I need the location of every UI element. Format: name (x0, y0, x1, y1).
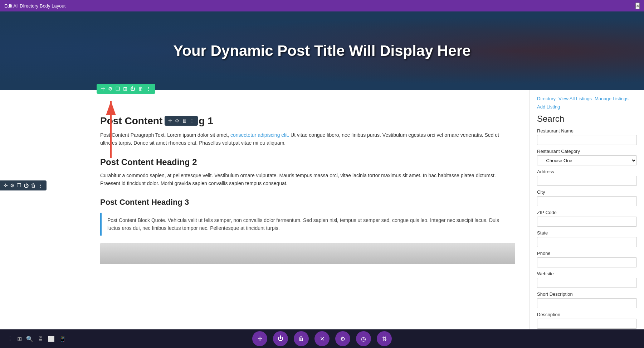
phone-group: Phone (537, 251, 637, 267)
settings-button[interactable]: ⚙ (335, 331, 350, 346)
short-description-label: Short Description (537, 291, 637, 297)
partial-image (100, 243, 515, 264)
address-input[interactable] (537, 176, 637, 186)
dark-toolbar-settings-icon[interactable]: ⚙ (175, 118, 179, 124)
power-button[interactable]: ⏻ (273, 331, 288, 346)
description-group: Description (537, 312, 637, 329)
green-toolbar-move-icon[interactable]: ✛ (101, 86, 105, 92)
left-toolbar-move-icon[interactable]: ✛ (4, 183, 8, 188)
bottom-mobile-icon[interactable]: 📱 (59, 335, 66, 342)
bottom-search-icon[interactable]: 🔍 (26, 335, 33, 342)
post-paragraph-2: Curabitur a commodo sapien, at pellentes… (100, 171, 515, 188)
dark-toolbar-more-icon[interactable]: ⋮ (190, 118, 194, 124)
sidebar-nav: Directory View All Listings Manage Listi… (537, 96, 637, 110)
bottom-tablet-icon[interactable]: ⬜ (48, 335, 55, 342)
website-input[interactable] (537, 278, 637, 288)
phone-input[interactable] (537, 257, 637, 267)
post-blockquote: Post Content Block Quote. Vehicula velit… (100, 213, 515, 236)
dark-toolbar-delete-icon[interactable]: 🗑 (182, 118, 187, 124)
left-toolbar-delete-icon[interactable]: 🗑 (31, 183, 36, 188)
description-label: Description (537, 312, 637, 317)
top-bar: Edit All Directory Body Layout × (0, 0, 644, 11)
city-label: City (537, 189, 637, 195)
post-heading-1: Post Content Heading 1 (100, 115, 515, 127)
add-button[interactable]: ✛ (252, 331, 267, 346)
sidebar-nav-view-all[interactable]: View All Listings (558, 96, 592, 101)
restaurant-category-select[interactable]: — Choose One — (537, 155, 637, 165)
content-column: ✛ ⚙ ❐ ⊞ ⏻ 🗑 ⋮ ✛ ⚙ 🗑 ⋮ (0, 90, 530, 348)
bottom-toolbar: ⋮ ⊞ 🔍 🖥 ⬜ 📱 ✛ ⏻ 🗑 ✕ ⚙ ◷ ⇅ (0, 329, 644, 348)
state-group: State (537, 230, 637, 247)
bottom-more-icon[interactable]: ⋮ (7, 335, 13, 342)
left-toolbar-power-icon[interactable]: ⏻ (24, 183, 29, 188)
arrows-button[interactable]: ⇅ (377, 331, 392, 346)
arrow-indicator (104, 94, 132, 165)
hero-section: Your Dynamic Post Title Will Display Her… (0, 11, 644, 90)
restaurant-category-label: Restaurant Category (537, 149, 637, 154)
post-heading-2: Post Content Heading 2 (100, 157, 515, 167)
state-label: State (537, 230, 637, 236)
paragraph1-link[interactable]: consectetur adipiscing elit. (230, 132, 289, 138)
close-button[interactable]: ✕ (314, 331, 330, 346)
left-toolbar-duplicate-icon[interactable]: ❐ (17, 183, 21, 188)
green-toolbar[interactable]: ✛ ⚙ ❐ ⊞ ⏻ 🗑 ⋮ (97, 84, 155, 94)
website-label: Website (537, 271, 637, 276)
zip-group: ZIP Code (537, 210, 637, 227)
bottom-grid-icon[interactable]: ⊞ (17, 335, 22, 342)
top-bar-title: Edit All Directory Body Layout (4, 3, 65, 9)
green-toolbar-more-icon[interactable]: ⋮ (146, 86, 151, 92)
search-title: Search (537, 114, 637, 124)
left-toolbar-more-icon[interactable]: ⋮ (38, 183, 43, 188)
sidebar-nav-directory[interactable]: Directory (537, 96, 556, 101)
hero-title: Your Dynamic Post Title Will Display Her… (173, 42, 470, 59)
green-toolbar-duplicate-icon[interactable]: ❐ (116, 86, 120, 92)
address-label: Address (537, 169, 637, 174)
top-bar-close-button[interactable]: × (635, 3, 640, 9)
green-toolbar-delete-icon[interactable]: 🗑 (138, 86, 143, 92)
main-area: ✛ ⚙ ❐ ⏻ 🗑 ⋮ ✛ ⚙ ❐ ⊞ ⏻ 🗑 ⋮ (0, 90, 644, 348)
green-toolbar-grid-icon[interactable]: ⊞ (123, 86, 127, 92)
short-description-input[interactable] (537, 298, 637, 308)
description-input[interactable] (537, 319, 637, 329)
restaurant-category-group: Restaurant Category — Choose One — (537, 149, 637, 165)
bottom-center-controls: ✛ ⏻ 🗑 ✕ ⚙ ◷ ⇅ (252, 331, 392, 346)
restaurant-name-group: Restaurant Name (537, 128, 637, 145)
city-group: City (537, 189, 637, 206)
city-input[interactable] (537, 196, 637, 206)
green-toolbar-settings-icon[interactable]: ⚙ (108, 86, 113, 92)
left-toolbar[interactable]: ✛ ⚙ ❐ ⏻ 🗑 ⋮ (0, 180, 47, 190)
dark-toolbar-move-icon[interactable]: ✛ (168, 118, 172, 124)
post-heading-3: Post Content Heading 3 (100, 198, 515, 207)
website-group: Website (537, 271, 637, 288)
green-toolbar-power-icon[interactable]: ⏻ (130, 86, 135, 92)
zip-input[interactable] (537, 217, 637, 227)
zip-label: ZIP Code (537, 210, 637, 215)
state-input[interactable] (537, 237, 637, 247)
left-toolbar-settings-icon[interactable]: ⚙ (10, 183, 15, 188)
post-paragraph-1: Post Content Paragraph Text. Lorem ipsum… (100, 131, 515, 147)
bottom-desktop-icon[interactable]: 🖥 (38, 335, 43, 342)
sidebar-nav-manage[interactable]: Manage Listings (595, 96, 629, 101)
delete-button[interactable]: 🗑 (294, 331, 309, 346)
phone-label: Phone (537, 251, 637, 256)
bottom-left-controls: ⋮ ⊞ 🔍 🖥 ⬜ 📱 (7, 335, 66, 342)
restaurant-name-label: Restaurant Name (537, 128, 637, 134)
address-group: Address (537, 169, 637, 186)
sidebar: Directory View All Listings Manage Listi… (530, 90, 644, 348)
history-button[interactable]: ◷ (356, 331, 371, 346)
restaurant-name-input[interactable] (537, 135, 637, 145)
sidebar-nav-add[interactable]: Add Listing (537, 104, 560, 110)
dark-toolbar[interactable]: ✛ ⚙ 🗑 ⋮ (165, 116, 198, 126)
short-description-group: Short Description (537, 291, 637, 308)
